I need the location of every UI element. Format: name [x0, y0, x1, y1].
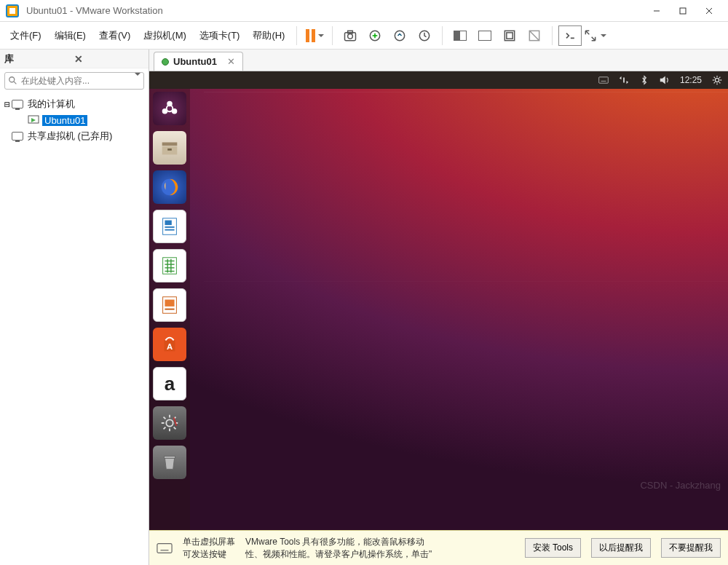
launcher-writer[interactable] — [153, 210, 186, 243]
svg-point-14 — [9, 77, 15, 82]
launcher-settings[interactable] — [153, 406, 186, 440]
volume-icon[interactable] — [660, 75, 670, 85]
svg-point-23 — [715, 78, 719, 82]
launcher-amazon[interactable]: a — [153, 367, 186, 400]
svg-line-13 — [530, 31, 539, 40]
svg-rect-44 — [165, 300, 174, 307]
clock[interactable]: 12:25 — [680, 75, 702, 85]
menu-view[interactable]: 查看(V) — [93, 26, 136, 45]
maximize-button[interactable] — [670, 2, 696, 20]
svg-rect-30 — [167, 149, 172, 151]
vm-running-icon — [162, 58, 169, 66]
stretch-button[interactable] — [583, 25, 606, 46]
separator — [332, 26, 333, 45]
svg-rect-6 — [348, 31, 353, 33]
vmware-tools-hintbar: 单击虚拟屏幕 可发送按键 VMware Tools 具有很多功能，能改善鼠标移动… — [149, 530, 728, 565]
menu-file[interactable]: 文件(F) — [4, 26, 47, 45]
guest-display[interactable]: 12:25 A a CSDN - Jackzhang — [149, 71, 728, 530]
library-search-input[interactable] — [21, 76, 132, 86]
svg-rect-49 — [165, 457, 175, 459]
tree-label-ubuntu01: Ubuntu01 — [42, 115, 87, 126]
svg-point-8 — [395, 31, 405, 40]
launcher-software[interactable]: A — [153, 328, 186, 361]
view-one-button[interactable] — [448, 25, 472, 46]
separator — [442, 26, 443, 45]
svg-point-5 — [348, 33, 353, 39]
launcher-impress[interactable] — [153, 288, 186, 322]
launcher-firefox[interactable] — [153, 170, 186, 204]
svg-point-48 — [166, 419, 173, 426]
view-single-button[interactable] — [473, 25, 496, 46]
snapshot-button[interactable] — [339, 25, 362, 46]
computer-icon — [12, 100, 23, 108]
view-unity-button[interactable] — [523, 25, 546, 46]
keyboard-icon — [157, 542, 173, 554]
launcher-dash[interactable] — [153, 92, 186, 125]
window-title: Ubuntu01 - VMware Workstation — [26, 5, 644, 16]
view-split-icon — [454, 31, 467, 41]
ubuntu-top-panel[interactable]: 12:25 — [149, 71, 728, 89]
svg-rect-11 — [507, 32, 513, 38]
view-fullscreen-button[interactable] — [498, 25, 521, 46]
remind-later-button[interactable]: 以后提醒我 — [591, 538, 651, 558]
tree-vm-ubuntu01[interactable]: Ubuntu01 — [3, 112, 146, 128]
launcher-files[interactable] — [153, 131, 186, 165]
menu-help[interactable]: 帮助(H) — [247, 26, 290, 45]
svg-line-15 — [14, 82, 17, 84]
keyboard-hint: 单击虚拟屏幕 可发送按键 — [183, 536, 235, 559]
menu-edit[interactable]: 编辑(E) — [49, 26, 92, 45]
pause-vm-button[interactable] — [303, 25, 326, 46]
snapshot-take-button[interactable] — [363, 25, 387, 46]
separator — [552, 26, 553, 45]
menu-tabs[interactable]: 选项卡(T) — [194, 26, 246, 45]
svg-rect-50 — [157, 543, 172, 553]
vm-icon — [28, 115, 39, 125]
library-title: 库 — [4, 52, 74, 66]
launcher-trash[interactable] — [153, 446, 186, 479]
launcher-calc[interactable] — [153, 249, 186, 282]
install-tools-button[interactable]: 安装 Tools — [525, 538, 581, 558]
vm-tab-ubuntu01[interactable]: Ubuntu01 ✕ — [154, 52, 243, 71]
tools-message: VMware Tools 具有很多功能，能改善鼠标移动 性、视频和性能。请登录客… — [245, 536, 515, 559]
svg-rect-28 — [162, 143, 178, 146]
separator — [296, 26, 297, 45]
snapshot-manager-button[interactable] — [413, 25, 436, 46]
svg-rect-33 — [165, 221, 171, 226]
vm-tabstrip: Ubuntu01 ✕ — [149, 50, 728, 71]
dont-remind-button[interactable]: 不要提醒我 — [661, 538, 721, 558]
shared-icon — [12, 132, 23, 141]
minimize-button[interactable] — [644, 2, 670, 20]
console-button[interactable] — [558, 25, 582, 46]
tree-label-shared: 共享虚拟机 (已弃用) — [28, 130, 112, 143]
watermark: CSDN - Jackzhang — [640, 480, 721, 491]
library-panel: 库 ✕ ⊟ 我的计算机 Ubuntu01 共享虚拟机 (已弃用) — [0, 50, 149, 565]
library-close-button[interactable]: ✕ — [74, 53, 144, 65]
unity-launcher: A a — [149, 89, 190, 530]
svg-text:A: A — [167, 342, 173, 351]
library-search[interactable] — [4, 72, 144, 90]
close-button[interactable] — [696, 2, 722, 20]
network-icon[interactable] — [619, 75, 629, 85]
vm-tree: ⊟ 我的计算机 Ubuntu01 共享虚拟机 (已弃用) — [0, 93, 149, 147]
bluetooth-icon[interactable] — [639, 75, 649, 85]
tree-label-my-computer: 我的计算机 — [28, 98, 75, 111]
svg-rect-18 — [599, 77, 609, 83]
search-icon — [8, 76, 18, 86]
svg-rect-1 — [680, 8, 686, 14]
tab-close-button[interactable]: ✕ — [227, 56, 235, 67]
view-single-icon — [478, 31, 491, 41]
vm-tab-label: Ubuntu01 — [173, 56, 217, 67]
app-icon — [6, 4, 19, 17]
search-dropdown-icon[interactable] — [132, 76, 141, 87]
tree-shared-vms[interactable]: 共享虚拟机 (已弃用) — [3, 128, 146, 144]
keyboard-indicator-icon[interactable] — [598, 75, 609, 85]
expand-icon[interactable]: ⊟ — [3, 99, 12, 110]
tree-my-computer[interactable]: ⊟ 我的计算机 — [3, 96, 146, 112]
snapshot-revert-button[interactable] — [388, 25, 411, 46]
ubuntu-wallpaper — [149, 71, 728, 530]
menu-vm[interactable]: 虚拟机(M) — [138, 26, 192, 45]
gear-icon[interactable] — [712, 75, 722, 85]
